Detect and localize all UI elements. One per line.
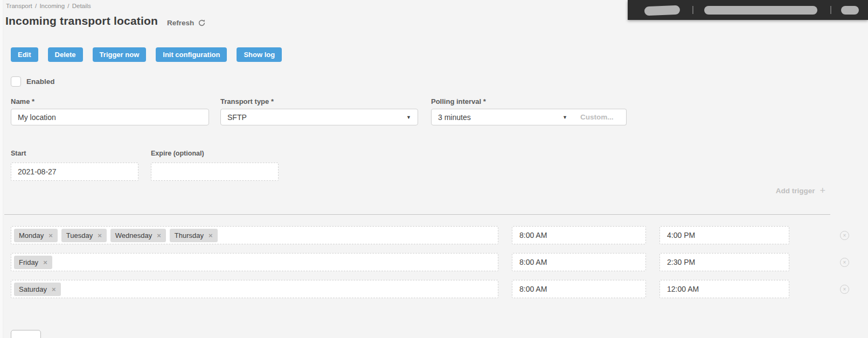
refresh-icon bbox=[198, 19, 206, 27]
breadcrumb-separator: / bbox=[67, 3, 69, 9]
redacted-text-blob bbox=[644, 5, 680, 16]
section-divider bbox=[4, 214, 830, 215]
start-date-input[interactable] bbox=[18, 167, 131, 176]
trigger-now-button[interactable]: Trigger now bbox=[93, 47, 147, 62]
plus-icon: + bbox=[820, 186, 825, 195]
breadcrumb-item-incoming[interactable]: Incoming bbox=[39, 3, 65, 9]
trigger-days-input[interactable]: Monday × Tuesday × Wednesday × Thursday … bbox=[11, 226, 498, 244]
polling-interval-select[interactable]: 3 minutes ▼ bbox=[431, 109, 574, 125]
trigger-end-time-wrap bbox=[659, 253, 789, 271]
day-chip: Thursday × bbox=[170, 229, 218, 242]
start-label: Start bbox=[11, 150, 26, 157]
add-trigger-button[interactable]: Add trigger + bbox=[776, 186, 825, 195]
clipped-bottom-control[interactable] bbox=[11, 330, 41, 338]
trigger-end-time-input[interactable] bbox=[667, 285, 782, 293]
redacted-text-blob bbox=[841, 6, 859, 15]
breadcrumb: Transport / Incoming / Details bbox=[5, 3, 92, 9]
topbar-redacted bbox=[628, 0, 868, 20]
enabled-checkbox[interactable] bbox=[11, 76, 21, 87]
remove-trigger-icon[interactable]: × bbox=[840, 231, 849, 240]
day-chip: Monday × bbox=[14, 229, 58, 242]
redacted-text-blob bbox=[704, 6, 817, 15]
polling-interval-value: 3 minutes bbox=[438, 113, 471, 122]
trigger-start-time-wrap bbox=[512, 253, 646, 271]
topbar-separator bbox=[830, 6, 831, 14]
day-chip: Wednesday × bbox=[110, 229, 166, 242]
trigger-start-time-wrap bbox=[512, 226, 646, 244]
day-chip-label: Saturday bbox=[19, 285, 47, 293]
page-left-edge bbox=[0, 0, 3, 338]
chip-close-icon[interactable]: × bbox=[98, 232, 102, 239]
day-chip-label: Thursday bbox=[175, 231, 204, 240]
chevron-down-icon: ▼ bbox=[563, 115, 567, 120]
transport-type-label: Transport type * bbox=[220, 97, 274, 105]
refresh-label: Refresh bbox=[167, 19, 194, 27]
trigger-end-time-input[interactable] bbox=[667, 258, 782, 266]
refresh-button[interactable]: Refresh bbox=[167, 19, 206, 27]
trigger-start-time-input[interactable] bbox=[519, 231, 638, 240]
transport-type-value: SFTP bbox=[227, 113, 247, 122]
remove-trigger-icon[interactable]: × bbox=[840, 258, 849, 267]
trigger-start-time-wrap bbox=[512, 280, 646, 298]
breadcrumb-item-details: Details bbox=[72, 3, 91, 9]
trigger-end-time-input[interactable] bbox=[667, 231, 782, 240]
breadcrumb-separator: / bbox=[35, 3, 37, 9]
day-chip-label: Monday bbox=[19, 231, 44, 240]
expire-date-input[interactable] bbox=[158, 167, 272, 176]
toolbar: Edit Delete Trigger now Init configurati… bbox=[11, 47, 282, 62]
chip-close-icon[interactable]: × bbox=[209, 232, 213, 239]
trigger-days-input[interactable]: Saturday × bbox=[11, 280, 498, 298]
day-chip-label: Wednesday bbox=[115, 231, 152, 240]
day-chip: Friday × bbox=[14, 256, 52, 269]
day-chip-label: Friday bbox=[19, 258, 38, 266]
expire-label: Expire (optional) bbox=[151, 150, 204, 157]
enabled-label: Enabled bbox=[26, 78, 55, 86]
topbar-separator bbox=[692, 6, 693, 14]
chip-close-icon[interactable]: × bbox=[157, 232, 161, 239]
trigger-end-time-wrap bbox=[659, 226, 789, 244]
start-field-wrap bbox=[11, 163, 138, 181]
show-log-button[interactable]: Show log bbox=[237, 47, 282, 62]
chip-close-icon[interactable]: × bbox=[48, 232, 53, 239]
delete-button[interactable]: Delete bbox=[48, 47, 83, 62]
polling-custom-input[interactable]: Custom... bbox=[574, 109, 627, 125]
enabled-row: Enabled bbox=[11, 76, 55, 87]
chevron-down-icon: ▼ bbox=[406, 115, 411, 120]
name-label: Name * bbox=[11, 97, 34, 105]
add-trigger-label: Add trigger bbox=[776, 187, 815, 195]
chip-close-icon[interactable]: × bbox=[43, 259, 47, 266]
trigger-end-time-wrap bbox=[659, 280, 789, 298]
page-title: Incoming transport location bbox=[5, 15, 158, 27]
trigger-start-time-input[interactable] bbox=[519, 258, 638, 266]
day-chip: Tuesday × bbox=[61, 229, 107, 242]
expire-field-wrap bbox=[151, 163, 279, 181]
remove-trigger-icon[interactable]: × bbox=[840, 285, 849, 294]
name-field-wrap bbox=[11, 109, 209, 125]
edit-button[interactable]: Edit bbox=[11, 47, 38, 62]
trigger-start-time-input[interactable] bbox=[519, 285, 638, 293]
day-chip: Saturday × bbox=[14, 283, 61, 296]
polling-interval-label: Polling interval * bbox=[431, 97, 486, 105]
breadcrumb-item-transport[interactable]: Transport bbox=[6, 3, 32, 9]
transport-type-select[interactable]: SFTP ▼ bbox=[220, 109, 418, 125]
trigger-days-input[interactable]: Friday × bbox=[11, 253, 498, 271]
chip-close-icon[interactable]: × bbox=[52, 286, 56, 293]
day-chip-label: Tuesday bbox=[66, 231, 93, 240]
name-input[interactable] bbox=[18, 113, 202, 122]
init-configuration-button[interactable]: Init configuration bbox=[156, 47, 227, 62]
